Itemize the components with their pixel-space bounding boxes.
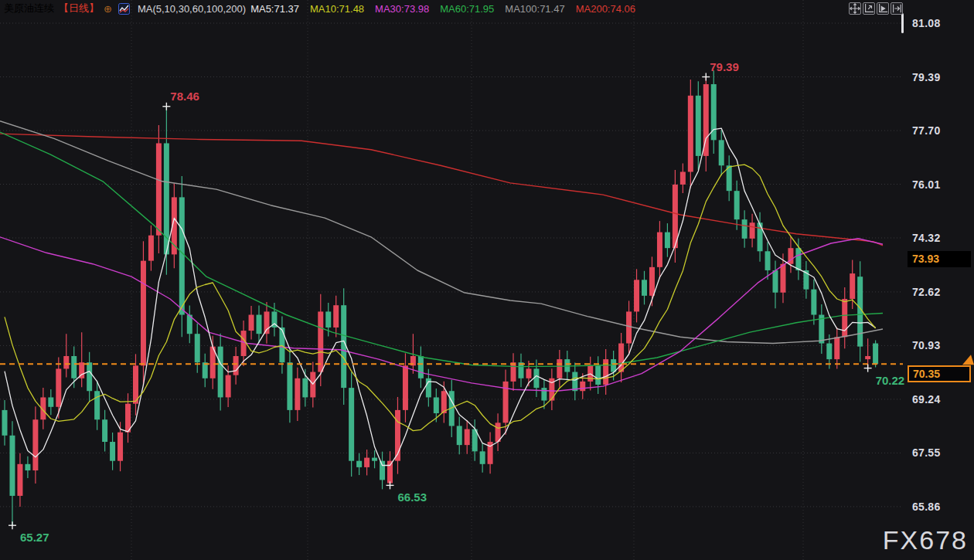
candle [665,232,670,249]
candle [511,362,516,382]
candle [834,337,839,359]
candle [56,368,61,406]
price-axis: 81.0879.3977.7076.0174.3272.6270.9369.24… [906,0,974,560]
ma-legend-item: MA100:71.47 [505,3,564,15]
candle [333,305,339,328]
candle [102,419,107,442]
candle [226,375,231,398]
axis-shrink-button[interactable] [877,2,889,15]
candle [356,461,362,467]
add-indicator-icon[interactable]: ⊕ [104,3,112,15]
candle [264,311,269,334]
candle [580,382,585,391]
candle [826,344,832,360]
candle [156,143,162,235]
candle [626,311,632,343]
candle [2,410,8,436]
candle [649,267,655,296]
chart-canvas[interactable]: 65.2778.4666.5379.3970.22 [0,0,974,560]
chart-type-icon[interactable] [118,3,130,15]
candle [241,331,247,356]
y-axis-tick: 69.24 [912,392,941,406]
candle [341,305,346,388]
candle [418,356,424,378]
candle [696,96,701,156]
candle [842,299,847,337]
candle [133,365,138,403]
candle [719,140,724,165]
candle [742,219,748,239]
candle [850,273,855,299]
candle [302,378,308,398]
candle [279,328,284,362]
candle [773,270,778,293]
candle [71,356,77,378]
candle [865,356,870,359]
candle [680,171,686,184]
candle [780,264,785,293]
candle [480,451,485,463]
candle [873,344,878,365]
candle [94,391,100,419]
move-tool-button[interactable] [849,2,861,15]
candle [533,368,539,388]
swing-price-label: 65.27 [20,531,49,544]
candle [349,388,354,461]
candle [48,397,53,406]
go-latest-button[interactable] [891,2,903,15]
candle [287,362,292,410]
chart-header: 美原油连续【日线】 ⊕ MA(5,10,30,60,100,200) MA5:7… [0,0,974,17]
y-axis-tick: 76.01 [912,178,941,192]
candle [9,436,15,496]
candle [372,458,377,461]
ma-legend-item: MA30:73.98 [375,3,429,15]
current-price-label: 70.35 [908,365,971,382]
y-axis-tick: 74.32 [912,231,941,245]
chart-window: 65.2778.4666.5379.3970.22 美原油连续【日线】 ⊕ MA… [0,0,974,560]
y-axis-tick: 79.39 [912,70,941,84]
ma30-line [0,237,883,391]
candle [603,359,608,385]
y-axis-tick: 67.55 [912,446,941,460]
y-axis-tick: 72.62 [912,285,941,299]
candle [811,290,816,315]
axis-expand-button[interactable] [863,2,875,15]
swing-price-label: 78.46 [170,90,199,103]
candle [203,362,208,378]
ma-legend-item: MA200:74.06 [576,3,635,15]
chart-toolbar [849,2,903,15]
candle [657,232,662,267]
y-axis-tick: 65.86 [912,500,941,514]
candle [557,359,562,378]
candle [688,96,693,172]
candle [117,433,123,461]
candle [380,461,385,480]
y-axis-tick: 77.70 [912,124,941,137]
candle [642,280,647,296]
candle [750,222,755,239]
ma-legend-item: MA60:71.95 [440,3,494,15]
candle [734,191,740,219]
candle [249,315,254,331]
candle [765,251,771,270]
candle [318,311,323,372]
ma-params-label: MA(5,10,30,60,100,200) [138,3,246,15]
ma-legend-item: MA5:71.37 [250,3,299,15]
candle [257,315,262,334]
candle [148,236,154,261]
candle [457,426,462,445]
candle [110,442,115,461]
candle [125,404,131,433]
candle [87,362,92,391]
candle [179,197,185,314]
period-tag: 【日线】 [59,2,99,15]
swing-price-label: 66.53 [398,490,427,504]
candle [795,248,801,270]
candle [233,356,239,375]
candle [63,356,69,368]
candle [465,429,470,446]
candle [25,464,30,470]
highlight-price-label: 73.93 [908,251,971,267]
ma-legend: MA5:71.37MA10:71.48MA30:73.98MA60:71.95M… [250,3,635,15]
candle [387,461,393,484]
